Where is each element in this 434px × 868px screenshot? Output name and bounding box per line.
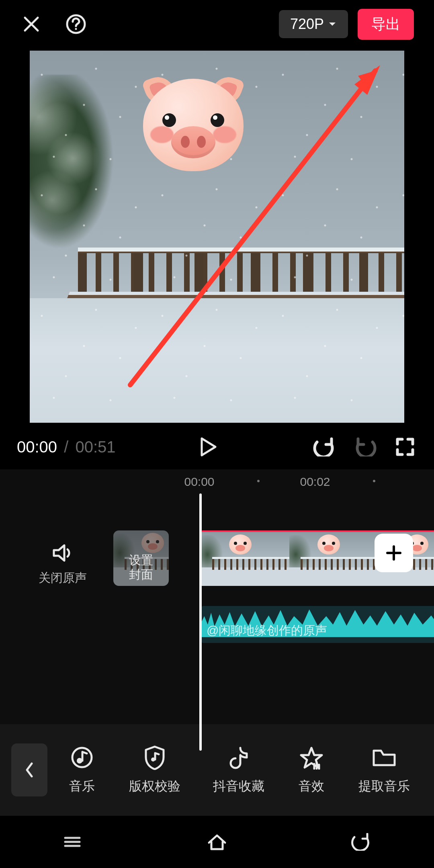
audio-track-label: @闲聊地缘创作的原声 <box>207 622 327 639</box>
undo-icon[interactable] <box>313 435 337 459</box>
total-duration: 00:51 <box>75 438 115 456</box>
fullscreen-icon[interactable] <box>393 435 417 459</box>
time-display: 00:00 / 00:51 <box>17 438 116 456</box>
back-button[interactable] <box>11 743 47 796</box>
tab-music[interactable]: 音乐 <box>68 745 96 795</box>
resolution-selector[interactable]: 720P <box>279 10 348 38</box>
system-navigation <box>0 816 434 868</box>
folder-icon <box>370 745 399 770</box>
audio-track[interactable]: @闲聊地缘创作的原声 <box>201 606 434 643</box>
chevron-down-icon <box>328 20 337 29</box>
mute-original-button[interactable]: 关闭原声 <box>39 542 87 586</box>
video-preview[interactable] <box>30 51 404 423</box>
nav-menu-icon[interactable] <box>58 832 86 852</box>
playhead[interactable] <box>199 493 202 751</box>
nav-back-icon[interactable] <box>348 832 376 852</box>
play-icon[interactable] <box>196 435 220 459</box>
plus-icon <box>385 544 403 562</box>
svg-line-2 <box>130 71 375 385</box>
clip-frame <box>289 532 378 586</box>
tab-sfx[interactable]: 音效 <box>297 745 326 795</box>
export-button[interactable]: 导出 <box>358 9 414 40</box>
time-ruler: 00:00 00:02 <box>0 469 434 493</box>
shield-icon <box>140 745 169 770</box>
music-icon <box>68 745 96 770</box>
add-clip-button[interactable] <box>375 534 413 572</box>
clip-frame <box>201 532 289 586</box>
star-icon <box>297 745 326 770</box>
redo-icon <box>353 435 377 459</box>
tab-extract[interactable]: 提取音乐 <box>358 745 410 795</box>
mute-label: 关闭原声 <box>39 570 87 586</box>
help-icon[interactable] <box>65 13 87 35</box>
annotation-arrow <box>30 51 404 423</box>
current-time: 00:00 <box>17 438 57 456</box>
svg-point-1 <box>75 28 77 30</box>
tab-verify[interactable]: 版权校验 <box>129 745 180 795</box>
douyin-icon <box>224 745 253 770</box>
set-cover-button[interactable]: 设置 封面 <box>113 530 169 586</box>
close-icon[interactable] <box>20 13 43 35</box>
nav-home-icon[interactable] <box>203 832 231 852</box>
bottom-toolbar: 音乐 版权校验 抖音收藏 音效 提取音乐 <box>0 724 434 816</box>
export-label: 导出 <box>371 16 400 32</box>
chevron-left-icon <box>24 761 35 779</box>
tab-douyin[interactable]: 抖音收藏 <box>213 745 264 795</box>
resolution-label: 720P <box>290 16 324 33</box>
speaker-icon <box>39 542 87 564</box>
